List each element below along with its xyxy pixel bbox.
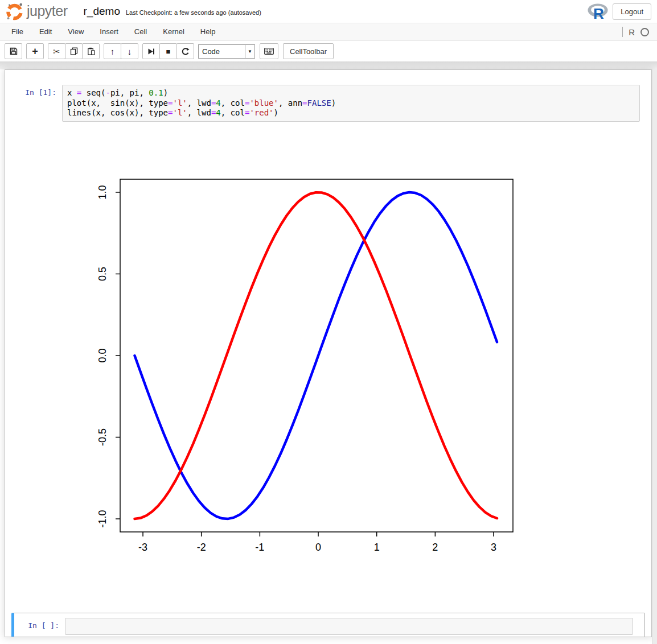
empty-code-editor[interactable]: [65, 618, 633, 635]
jupyter-logo[interactable]: jupyter: [6, 2, 68, 21]
jupyter-logo-text: jupyter: [27, 3, 68, 19]
svg-text:1.0: 1.0: [97, 185, 108, 199]
svg-text:-1.0: -1.0: [97, 510, 108, 527]
kernel-indicator-name: R: [629, 27, 635, 37]
floppy-icon: [10, 47, 18, 55]
svg-text:0: 0: [315, 542, 321, 553]
toolbar: + ✂ ↑ ↓ ■: [0, 41, 657, 61]
svg-text:-2: -2: [197, 542, 206, 553]
menu-item-help[interactable]: Help: [192, 23, 224, 40]
step-forward-icon: [147, 48, 155, 55]
restart-icon: [182, 47, 190, 55]
code-line: lines(x, cos(x), type='l', lwd=4, col='r…: [67, 108, 635, 118]
code-editor[interactable]: x = seq(-pi, pi, 0.1)plot(x, sin(x), typ…: [62, 85, 640, 122]
jupyter-logo-icon: [6, 2, 24, 21]
svg-text:2: 2: [432, 542, 438, 553]
cell-output: -3-2-10123-1.0-0.50.00.51.0: [5, 142, 647, 568]
svg-text:-1: -1: [255, 542, 264, 553]
code-lines: x = seq(-pi, pi, 0.1)plot(x, sin(x), typ…: [67, 88, 635, 118]
code-line: plot(x, sin(x), type='l', lwd=4, col='bl…: [67, 98, 635, 109]
arrow-down-icon: ↓: [128, 47, 132, 56]
chevron-down-icon: ▼: [245, 45, 254, 58]
celltoolbar-button[interactable]: CellToolbar: [283, 43, 334, 59]
logout-button[interactable]: Logout: [613, 3, 651, 20]
scrollbar-track[interactable]: [652, 69, 657, 644]
code-line: x = seq(-pi, pi, 0.1): [67, 88, 635, 98]
cut-cells-button[interactable]: ✂: [48, 43, 65, 59]
menu-item-insert[interactable]: Insert: [92, 23, 126, 40]
move-cell-up-button[interactable]: ↑: [104, 43, 121, 59]
svg-text:1: 1: [374, 542, 380, 553]
svg-text:0.5: 0.5: [97, 266, 108, 280]
menu-item-kernel[interactable]: Kernel: [155, 23, 192, 40]
paste-cells-button[interactable]: [82, 43, 100, 59]
svg-text:0.0: 0.0: [97, 348, 108, 362]
notebook-scroll-area: In [1]: x = seq(-pi, pi, 0.1)plot(x, sin…: [0, 69, 657, 644]
plot-output: -3-2-10123-1.0-0.50.00.51.0: [69, 142, 524, 566]
header-shadow-band: [0, 61, 657, 69]
menu-item-view[interactable]: View: [60, 23, 92, 40]
interrupt-kernel-button[interactable]: ■: [159, 43, 177, 59]
code-cell[interactable]: In [1]: x = seq(-pi, pi, 0.1)plot(x, sin…: [5, 70, 651, 596]
r-kernel-logo-icon: R: [586, 2, 610, 21]
insert-cell-below-button[interactable]: +: [26, 43, 44, 59]
save-button[interactable]: [5, 43, 22, 59]
notebook-header: jupyter r_demo Last Checkpoint: a few se…: [0, 0, 657, 23]
svg-text:-0.5: -0.5: [97, 428, 108, 446]
empty-cell-selected[interactable]: In [ ]:: [11, 613, 645, 638]
svg-text:R: R: [593, 5, 604, 21]
stop-icon: ■: [166, 48, 171, 55]
notebook-title[interactable]: r_demo: [84, 5, 120, 18]
menu-items: FileEditViewInsertCellKernelHelp: [3, 23, 224, 40]
menu-item-file[interactable]: File: [3, 23, 31, 40]
svg-text:3: 3: [491, 542, 496, 553]
menu-bar: FileEditViewInsertCellKernelHelp R: [0, 23, 657, 41]
paste-icon: [87, 47, 95, 55]
copy-cells-button[interactable]: [65, 43, 83, 59]
notebook-container: In [1]: x = seq(-pi, pi, 0.1)plot(x, sin…: [5, 69, 652, 637]
cell-type-value: Code: [199, 47, 245, 56]
scissors-icon: ✂: [53, 47, 60, 56]
input-prompt-empty: In [ ]:: [14, 618, 65, 635]
svg-text:-3: -3: [138, 542, 147, 553]
checkpoint-status: Last Checkpoint: a few seconds ago (auto…: [126, 9, 261, 16]
command-palette-button[interactable]: [260, 43, 278, 59]
plus-icon: +: [32, 46, 38, 56]
arrow-up-icon: ↑: [110, 47, 115, 56]
menu-separator: [622, 27, 623, 37]
input-prompt: In [1]:: [5, 85, 62, 122]
move-cell-down-button[interactable]: ↓: [121, 43, 138, 59]
restart-kernel-button[interactable]: [176, 43, 194, 59]
kernel-idle-icon: [640, 28, 649, 36]
keyboard-icon: [264, 48, 274, 55]
menu-item-edit[interactable]: Edit: [31, 23, 60, 40]
run-cell-button[interactable]: [142, 43, 160, 59]
cell-type-select[interactable]: Code ▼: [198, 44, 255, 59]
copy-icon: [70, 47, 78, 55]
menu-item-cell[interactable]: Cell: [126, 23, 155, 40]
